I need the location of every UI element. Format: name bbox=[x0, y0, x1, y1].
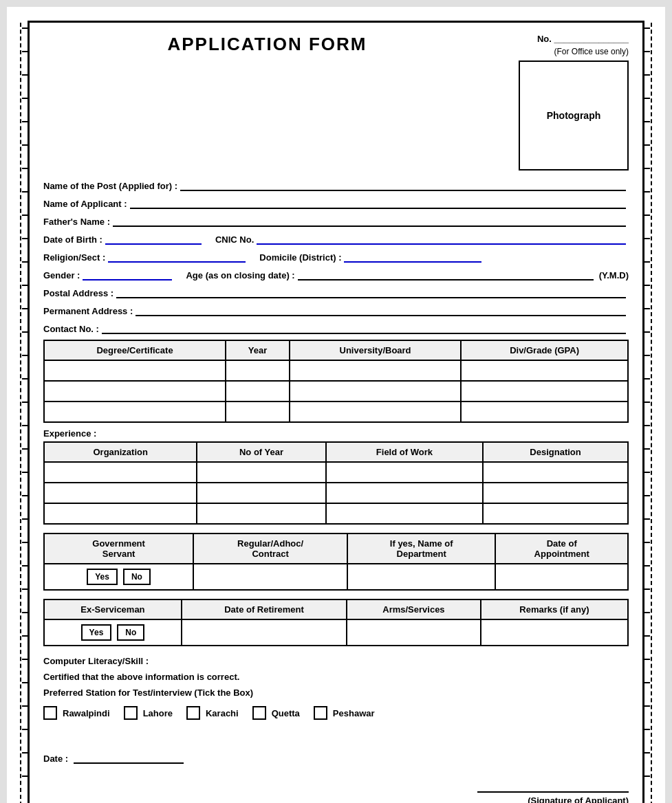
govt-yes-no: Yes No bbox=[50, 569, 187, 585]
govt-col-date: Date ofAppointment bbox=[495, 534, 628, 564]
ex-col-retirement: Date of Retirement bbox=[182, 600, 347, 619]
father-field-row: Father's Name : bbox=[43, 214, 629, 227]
edu-col-grade: Div/Grade (GPA) bbox=[461, 340, 628, 360]
office-use-label: (For Office use only) bbox=[505, 47, 629, 56]
exp-col-field: Field of Work bbox=[326, 442, 483, 462]
applicant-input-line[interactable] bbox=[130, 197, 626, 209]
experience-label: Experience : bbox=[43, 428, 629, 439]
cnic-input-line[interactable] bbox=[257, 232, 626, 245]
dob-cnic-row: Date of Birth : CNIC No. bbox=[43, 232, 629, 245]
rawalpindi-label: Rawalpindi bbox=[63, 708, 110, 718]
table-row bbox=[44, 483, 628, 503]
ex-col-serviceman: Ex-Serviceman bbox=[44, 600, 182, 619]
contact-field-row: Contact No. : bbox=[43, 322, 629, 334]
office-no-label: No. _______________ bbox=[505, 34, 629, 44]
station-rawalpindi: Rawalpindi bbox=[43, 706, 110, 720]
personal-info-section: Name of the Post (Applied for) : Name of… bbox=[43, 179, 629, 334]
edu-col-university: University/Board bbox=[290, 340, 461, 360]
exp-col-years: No of Year bbox=[197, 442, 325, 462]
applicant-label: Name of Applicant : bbox=[43, 199, 127, 209]
postal-input-line[interactable] bbox=[116, 286, 626, 298]
religion-label: Religion/Sect : bbox=[43, 252, 105, 263]
station-quetta: Quetta bbox=[252, 706, 300, 720]
quetta-label: Quetta bbox=[272, 708, 300, 718]
table-row: Yes No bbox=[44, 619, 628, 646]
ex-serviceman-table: Ex-Serviceman Date of Retirement Arms/Se… bbox=[43, 599, 629, 646]
lahore-checkbox[interactable] bbox=[124, 706, 138, 720]
date-input-line[interactable] bbox=[74, 751, 184, 764]
exp-col-org: Organization bbox=[44, 442, 197, 462]
table-row bbox=[44, 503, 628, 524]
left-tick-marks bbox=[22, 21, 28, 803]
peshawar-checkbox[interactable] bbox=[314, 706, 327, 720]
post-label: Name of the Post (Applied for) : bbox=[43, 181, 177, 191]
table-row bbox=[44, 360, 628, 381]
govt-servant-table: GovernmentServant Regular/Adhoc/Contract… bbox=[43, 533, 629, 591]
ex-no-button[interactable]: No bbox=[117, 624, 144, 641]
signature-section: (Signature of Applicant) bbox=[43, 791, 629, 803]
ex-yes-button[interactable]: Yes bbox=[81, 624, 112, 641]
permanent-input-line[interactable] bbox=[136, 304, 626, 316]
permanent-label: Permanent Address : bbox=[43, 306, 133, 316]
education-table: Degree/Certificate Year University/Board… bbox=[43, 340, 629, 423]
station-lahore: Lahore bbox=[124, 706, 173, 720]
ex-col-remarks: Remarks (if any) bbox=[481, 600, 628, 619]
gender-input-line[interactable] bbox=[83, 268, 172, 280]
contact-input-line[interactable] bbox=[102, 322, 626, 334]
certified-label: Certified that the above information is … bbox=[43, 672, 629, 682]
domicile-input-line[interactable] bbox=[344, 250, 481, 263]
father-input-line[interactable] bbox=[113, 214, 626, 227]
date-label: Date : bbox=[43, 754, 68, 764]
age-input-line[interactable] bbox=[298, 268, 594, 280]
quetta-checkbox[interactable] bbox=[252, 706, 266, 720]
office-section: No. _______________ (For Office use only… bbox=[505, 34, 629, 170]
postal-label: Postal Address : bbox=[43, 288, 113, 298]
karachi-label: Karachi bbox=[206, 708, 239, 718]
permanent-field-row: Permanent Address : bbox=[43, 304, 629, 316]
edu-col-year: Year bbox=[226, 340, 290, 360]
exp-col-designation: Designation bbox=[483, 442, 628, 462]
religion-domicile-row: Religion/Sect : Domicile (District) : bbox=[43, 250, 629, 263]
photograph-box: Photograph bbox=[519, 60, 629, 170]
title-section: APPLICATION FORM bbox=[43, 34, 505, 58]
table-row bbox=[44, 462, 628, 483]
lahore-label: Lahore bbox=[143, 708, 173, 718]
rawalpindi-checkbox[interactable] bbox=[43, 706, 57, 720]
gender-label: Gender : bbox=[43, 270, 80, 280]
table-row bbox=[44, 402, 628, 422]
govt-col-dept: If yes, Name ofDepartment bbox=[347, 534, 495, 564]
postal-field-row: Postal Address : bbox=[43, 286, 629, 298]
ymd-label: (Y.M.D) bbox=[599, 270, 629, 280]
computer-label: Computer Literacy/Skill : bbox=[43, 656, 629, 666]
gender-age-row: Gender : Age (as on closing date) : (Y.M… bbox=[43, 268, 629, 280]
govt-no-button[interactable]: No bbox=[123, 569, 151, 585]
applicant-field-row: Name of Applicant : bbox=[43, 197, 629, 209]
ex-yes-no: Yes No bbox=[50, 624, 175, 641]
preferred-station-label: Preferred Station for Test/interview (Ti… bbox=[43, 688, 629, 698]
form-title: APPLICATION FORM bbox=[43, 34, 491, 55]
religion-input-line[interactable] bbox=[108, 250, 246, 263]
station-peshawar: Peshawar bbox=[314, 706, 375, 720]
cnic-label: CNIC No. bbox=[215, 234, 254, 245]
station-karachi: Karachi bbox=[186, 706, 239, 720]
post-input-line[interactable] bbox=[180, 179, 626, 191]
table-row bbox=[44, 381, 628, 402]
contact-label: Contact No. : bbox=[43, 324, 99, 334]
signature-line bbox=[477, 791, 629, 793]
signature-label: (Signature of Applicant) bbox=[43, 795, 629, 803]
experience-table: Organization No of Year Field of Work De… bbox=[43, 441, 629, 525]
ex-col-arms: Arms/Services bbox=[347, 600, 481, 619]
post-field-row: Name of the Post (Applied for) : bbox=[43, 179, 629, 191]
stations-row: Rawalpindi Lahore Karachi Quetta Peshawa… bbox=[43, 706, 629, 720]
form-header: APPLICATION FORM No. _______________ (Fo… bbox=[43, 34, 629, 170]
dob-label: Date of Birth : bbox=[43, 234, 102, 245]
father-label: Father's Name : bbox=[43, 217, 110, 227]
photograph-label: Photograph bbox=[547, 110, 601, 121]
karachi-checkbox[interactable] bbox=[186, 706, 200, 720]
govt-yes-button[interactable]: Yes bbox=[87, 569, 118, 585]
age-label: Age (as on closing date) : bbox=[186, 270, 294, 280]
edu-col-degree: Degree/Certificate bbox=[44, 340, 226, 360]
date-row: Date : bbox=[43, 751, 629, 764]
right-tick-marks bbox=[644, 21, 650, 803]
dob-input-line[interactable] bbox=[105, 232, 202, 245]
